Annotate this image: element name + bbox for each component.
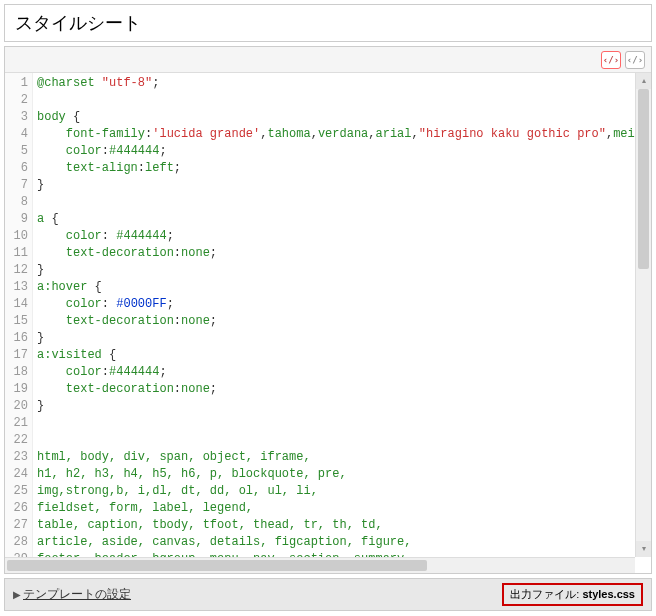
line-number: 4: [5, 126, 28, 143]
line-number: 16: [5, 330, 28, 347]
code-line[interactable]: [37, 194, 647, 211]
vertical-scrollbar[interactable]: ▴ ▾: [635, 73, 651, 557]
line-number: 10: [5, 228, 28, 245]
code-line[interactable]: [37, 92, 647, 109]
output-file-box: 出力ファイル: styles.css: [502, 583, 643, 606]
code-line[interactable]: a {: [37, 211, 647, 228]
editor-frame: ‹/› ‹/› 12345678910111213141516171819202…: [4, 46, 652, 574]
line-number: 5: [5, 143, 28, 160]
line-number: 19: [5, 381, 28, 398]
line-number: 12: [5, 262, 28, 279]
line-number: 18: [5, 364, 28, 381]
code-view-button-active[interactable]: ‹/›: [601, 51, 621, 69]
code-line[interactable]: }: [37, 398, 647, 415]
line-number: 8: [5, 194, 28, 211]
code-line[interactable]: a:hover {: [37, 279, 647, 296]
line-number: 15: [5, 313, 28, 330]
code-line[interactable]: img,strong,b, i,dl, dt, dd, ol, ul, li,: [37, 483, 647, 500]
output-file-name: styles.css: [582, 588, 635, 600]
code-view-button-inactive[interactable]: ‹/›: [625, 51, 645, 69]
line-number: 2: [5, 92, 28, 109]
line-number: 9: [5, 211, 28, 228]
code-line[interactable]: body {: [37, 109, 647, 126]
line-number: 22: [5, 432, 28, 449]
line-number: 25: [5, 483, 28, 500]
line-number: 11: [5, 245, 28, 262]
code-line[interactable]: }: [37, 330, 647, 347]
line-number: 1: [5, 75, 28, 92]
code-line[interactable]: [37, 415, 647, 432]
code-line[interactable]: text-decoration:none;: [37, 245, 647, 262]
line-number: 7: [5, 177, 28, 194]
template-settings-anchor[interactable]: テンプレートの設定: [23, 587, 131, 601]
template-settings-link[interactable]: ▶テンプレートの設定: [13, 586, 131, 603]
line-number: 17: [5, 347, 28, 364]
horizontal-scrollbar[interactable]: [5, 557, 635, 573]
line-number: 14: [5, 296, 28, 313]
code-line[interactable]: a:visited {: [37, 347, 647, 364]
line-number: 6: [5, 160, 28, 177]
code-line[interactable]: article, aside, canvas, details, figcapt…: [37, 534, 647, 551]
code-line[interactable]: color:#444444;: [37, 143, 647, 160]
line-number: 20: [5, 398, 28, 415]
code-line[interactable]: }: [37, 177, 647, 194]
scroll-down-icon[interactable]: ▾: [636, 541, 651, 557]
scroll-thumb-h[interactable]: [7, 560, 427, 571]
editor-toolbar: ‹/› ‹/›: [5, 47, 651, 73]
code-editor[interactable]: 1234567891011121314151617181920212223242…: [5, 73, 651, 573]
line-number: 24: [5, 466, 28, 483]
line-number: 13: [5, 279, 28, 296]
code-line[interactable]: font-family:'lucida grande',tahoma,verda…: [37, 126, 647, 143]
code-line[interactable]: [37, 432, 647, 449]
code-line[interactable]: fieldset, form, label, legend,: [37, 500, 647, 517]
line-number: 28: [5, 534, 28, 551]
scroll-up-icon[interactable]: ▴: [636, 73, 651, 89]
line-number: 23: [5, 449, 28, 466]
page-title: スタイルシート: [4, 4, 652, 42]
footer-bar: ▶テンプレートの設定 出力ファイル: styles.css: [4, 578, 652, 611]
chevron-right-icon: ▶: [13, 589, 21, 600]
line-number: 26: [5, 500, 28, 517]
line-number: 3: [5, 109, 28, 126]
line-number: 27: [5, 517, 28, 534]
code-line[interactable]: table, caption, tbody, tfoot, thead, tr,…: [37, 517, 647, 534]
scroll-thumb-v[interactable]: [638, 89, 649, 269]
code-line[interactable]: text-decoration:none;: [37, 381, 647, 398]
line-number: 21: [5, 415, 28, 432]
code-line[interactable]: }: [37, 262, 647, 279]
code-line[interactable]: color: #444444;: [37, 228, 647, 245]
line-number-gutter: 1234567891011121314151617181920212223242…: [5, 73, 33, 573]
code-line[interactable]: h1, h2, h3, h4, h5, h6, p, blockquote, p…: [37, 466, 647, 483]
output-file-label: 出力ファイル:: [510, 588, 579, 600]
code-line[interactable]: text-align:left;: [37, 160, 647, 177]
code-line[interactable]: @charset "utf-8";: [37, 75, 647, 92]
code-line[interactable]: html, body, div, span, object, iframe,: [37, 449, 647, 466]
code-line[interactable]: text-decoration:none;: [37, 313, 647, 330]
code-body[interactable]: @charset "utf-8"; body { font-family:'lu…: [33, 73, 651, 573]
code-line[interactable]: color:#444444;: [37, 364, 647, 381]
code-line[interactable]: color: #0000FF;: [37, 296, 647, 313]
